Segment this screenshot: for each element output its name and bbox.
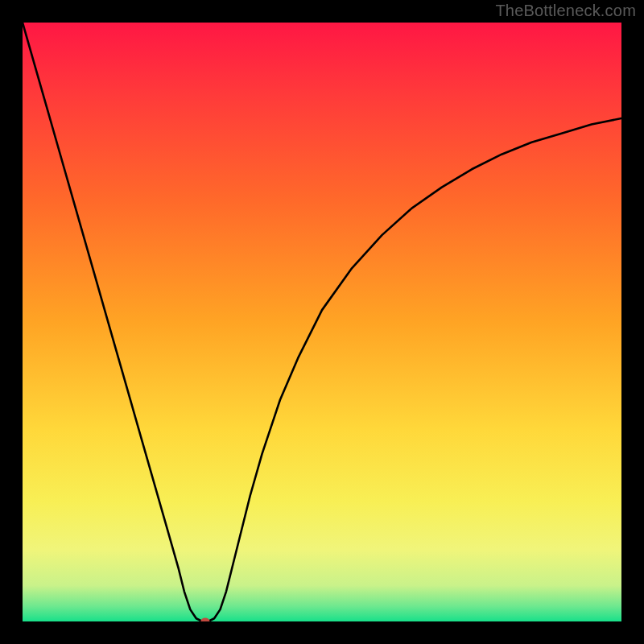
gradient-background	[23, 23, 621, 621]
bottleneck-chart	[23, 23, 621, 621]
watermark-text: TheBottleneck.com	[495, 2, 636, 20]
chart-frame: TheBottleneck.com	[0, 0, 644, 644]
